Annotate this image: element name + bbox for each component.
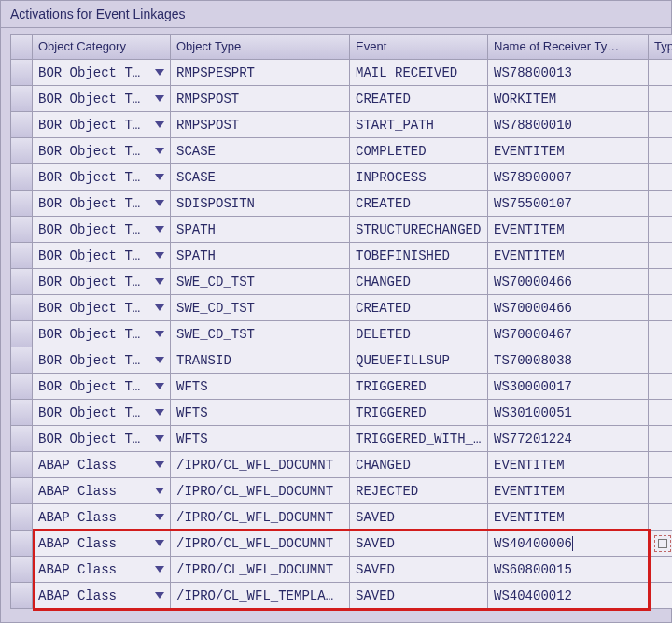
typ-cell[interactable] bbox=[649, 191, 672, 217]
row-selector-header[interactable] bbox=[10, 34, 33, 60]
event-cell[interactable]: STRUCTURECHANGED bbox=[350, 217, 488, 243]
dropdown-icon[interactable] bbox=[155, 488, 164, 494]
row-selector[interactable] bbox=[10, 347, 33, 374]
event-cell[interactable]: COMPLETED bbox=[350, 138, 488, 164]
event-cell[interactable]: DELETED bbox=[350, 321, 488, 347]
event-cell[interactable]: SAVED bbox=[350, 583, 488, 609]
receiver-type-cell[interactable]: WS30000017 bbox=[488, 374, 649, 400]
typ-cell[interactable] bbox=[649, 164, 672, 191]
object-category-cell[interactable]: BOR Object T… bbox=[33, 426, 171, 452]
receiver-type-cell[interactable]: EVENTITEM bbox=[488, 217, 649, 243]
dropdown-icon[interactable] bbox=[155, 95, 164, 102]
dropdown-icon[interactable] bbox=[155, 121, 164, 128]
typ-cell[interactable] bbox=[649, 478, 672, 504]
object-category-cell[interactable]: ABAP Class bbox=[33, 504, 171, 531]
event-cell[interactable]: CHANGED bbox=[350, 269, 488, 295]
row-selector[interactable] bbox=[10, 295, 33, 321]
typ-cell[interactable] bbox=[649, 243, 672, 269]
receiver-type-cell[interactable]: WS78900007 bbox=[488, 164, 649, 191]
object-type-cell[interactable]: /IPRO/CL_WFL_DOCUMNT bbox=[171, 478, 350, 504]
typ-cell[interactable] bbox=[649, 321, 672, 347]
receiver-type-cell[interactable]: WS30100051 bbox=[488, 400, 649, 426]
receiver-type-cell[interactable]: EVENTITEM bbox=[488, 138, 649, 164]
col-header-receiver-type[interactable]: Name of Receiver Ty… bbox=[488, 34, 649, 60]
col-header-object-type[interactable]: Object Type bbox=[171, 34, 350, 60]
row-selector[interactable] bbox=[10, 504, 33, 531]
receiver-type-cell[interactable]: EVENTITEM bbox=[488, 504, 649, 531]
object-category-cell[interactable]: BOR Object T… bbox=[33, 400, 171, 426]
object-category-cell[interactable]: BOR Object T… bbox=[33, 191, 171, 217]
row-selector[interactable] bbox=[10, 217, 33, 243]
object-category-cell[interactable]: ABAP Class bbox=[33, 557, 171, 583]
row-selector[interactable] bbox=[10, 531, 33, 557]
object-type-cell[interactable]: /IPRO/CL_WFL_DOCUMNT bbox=[171, 531, 350, 557]
dropdown-icon[interactable] bbox=[155, 461, 164, 468]
object-type-cell[interactable]: RMPSPOST bbox=[171, 86, 350, 112]
row-selector[interactable] bbox=[10, 243, 33, 269]
object-type-cell[interactable]: WFTS bbox=[171, 374, 350, 400]
row-selector[interactable] bbox=[10, 321, 33, 347]
dropdown-icon[interactable] bbox=[155, 252, 164, 259]
typ-cell[interactable] bbox=[649, 557, 672, 583]
receiver-type-cell[interactable]: WS40400006 bbox=[488, 531, 649, 557]
typ-cell[interactable] bbox=[649, 504, 672, 531]
event-cell[interactable]: TOBEFINISHED bbox=[350, 243, 488, 269]
receiver-type-cell[interactable]: WS78800010 bbox=[488, 112, 649, 138]
receiver-type-cell[interactable]: EVENTITEM bbox=[488, 478, 649, 504]
event-cell[interactable]: CHANGED bbox=[350, 452, 488, 478]
event-cell[interactable]: QUEUEFILLSUP bbox=[350, 347, 488, 374]
event-cell[interactable]: CREATED bbox=[350, 86, 488, 112]
object-category-cell[interactable]: BOR Object T… bbox=[33, 138, 171, 164]
receiver-type-cell[interactable]: WS70000466 bbox=[488, 269, 649, 295]
row-selector[interactable] bbox=[10, 557, 33, 583]
dropdown-icon[interactable] bbox=[155, 174, 164, 180]
value-help-icon[interactable] bbox=[654, 535, 671, 552]
event-cell[interactable]: INPROCESS bbox=[350, 164, 488, 191]
object-type-cell[interactable]: WFTS bbox=[171, 400, 350, 426]
object-type-cell[interactable]: SPATH bbox=[171, 217, 350, 243]
receiver-type-cell[interactable]: WS75500107 bbox=[488, 191, 649, 217]
object-category-cell[interactable]: BOR Object T… bbox=[33, 347, 171, 374]
object-category-cell[interactable]: ABAP Class bbox=[33, 531, 171, 557]
object-type-cell[interactable]: /IPRO/CL_WFL_TEMPLA… bbox=[171, 583, 350, 609]
row-selector[interactable] bbox=[10, 452, 33, 478]
receiver-type-cell[interactable]: EVENTITEM bbox=[488, 452, 649, 478]
row-selector[interactable] bbox=[10, 400, 33, 426]
receiver-type-cell[interactable]: WS78800013 bbox=[488, 60, 649, 86]
dropdown-icon[interactable] bbox=[155, 304, 164, 311]
event-cell[interactable]: SAVED bbox=[350, 504, 488, 531]
receiver-type-cell[interactable]: TS70008038 bbox=[488, 347, 649, 374]
dropdown-icon[interactable] bbox=[155, 226, 164, 233]
object-type-cell[interactable]: RMPSPOST bbox=[171, 112, 350, 138]
event-cell[interactable]: SAVED bbox=[350, 557, 488, 583]
object-category-cell[interactable]: ABAP Class bbox=[33, 452, 171, 478]
dropdown-icon[interactable] bbox=[155, 148, 164, 154]
col-header-object-category[interactable]: Object Category bbox=[33, 34, 171, 60]
object-type-cell[interactable]: SWE_CD_TST bbox=[171, 295, 350, 321]
object-category-cell[interactable]: ABAP Class bbox=[33, 583, 171, 609]
row-selector[interactable] bbox=[10, 374, 33, 400]
event-cell[interactable]: CREATED bbox=[350, 191, 488, 217]
receiver-type-cell[interactable]: EVENTITEM bbox=[488, 243, 649, 269]
receiver-type-cell[interactable]: WS40400012 bbox=[488, 583, 649, 609]
dropdown-icon[interactable] bbox=[155, 409, 164, 416]
typ-cell[interactable] bbox=[649, 295, 672, 321]
dropdown-icon[interactable] bbox=[155, 357, 164, 363]
row-selector[interactable] bbox=[10, 112, 33, 138]
object-category-cell[interactable]: BOR Object T… bbox=[33, 164, 171, 191]
col-header-typ[interactable]: Typ bbox=[649, 34, 672, 60]
object-type-cell[interactable]: /IPRO/CL_WFL_DOCUMNT bbox=[171, 452, 350, 478]
col-header-event[interactable]: Event bbox=[350, 34, 488, 60]
row-selector[interactable] bbox=[10, 86, 33, 112]
typ-cell[interactable] bbox=[649, 138, 672, 164]
typ-cell[interactable] bbox=[649, 86, 672, 112]
typ-cell[interactable] bbox=[649, 374, 672, 400]
event-cell[interactable]: SAVED bbox=[350, 531, 488, 557]
object-category-cell[interactable]: BOR Object T… bbox=[33, 243, 171, 269]
object-category-cell[interactable]: BOR Object T… bbox=[33, 217, 171, 243]
object-type-cell[interactable]: SDISPOSITN bbox=[171, 191, 350, 217]
row-selector[interactable] bbox=[10, 426, 33, 452]
object-type-cell[interactable]: TRANSID bbox=[171, 347, 350, 374]
dropdown-icon[interactable] bbox=[155, 331, 164, 337]
object-category-cell[interactable]: BOR Object T… bbox=[33, 86, 171, 112]
